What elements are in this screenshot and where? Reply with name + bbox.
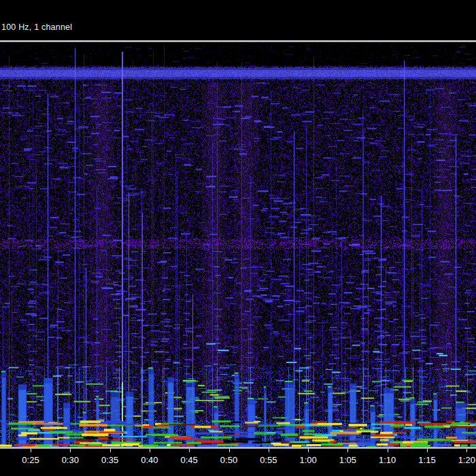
time-label: 1:20 — [458, 455, 475, 465]
time-tick — [229, 449, 230, 452]
time-tick — [150, 449, 150, 452]
time-label: 0:40 — [141, 455, 158, 465]
time-tick — [388, 449, 388, 452]
time-tick — [189, 449, 190, 452]
time-label: 0:50 — [220, 455, 237, 465]
spectrogram-canvas[interactable] — [0, 42, 476, 447]
time-label: 0:35 — [101, 455, 118, 465]
time-tick — [308, 449, 309, 452]
time-tick — [31, 449, 31, 452]
time-label: 1:00 — [299, 455, 316, 465]
time-tick — [427, 449, 428, 452]
time-label: 1:10 — [379, 455, 396, 465]
time-label: 1:05 — [339, 455, 356, 465]
time-label: 0:45 — [181, 455, 198, 465]
track-info-text: 100 Hz, 1 channel — [1, 22, 72, 32]
time-tick — [466, 449, 467, 452]
time-label: 0:55 — [260, 455, 277, 465]
time-label: 0:30 — [62, 455, 79, 465]
time-label: 0:25 — [22, 455, 39, 465]
track-info-header: 100 Hz, 1 channel — [0, 0, 476, 40]
spectrogram-app-window: 100 Hz, 1 channel 0:250:300:350:400:450:… — [0, 0, 476, 476]
time-tick — [269, 449, 269, 452]
time-tick — [110, 449, 111, 452]
timeline-ruler[interactable]: 0:250:300:350:400:450:500:551:001:051:10… — [0, 449, 476, 476]
time-tick — [70, 449, 71, 452]
time-tick — [347, 449, 348, 452]
time-label: 1:15 — [418, 455, 435, 465]
